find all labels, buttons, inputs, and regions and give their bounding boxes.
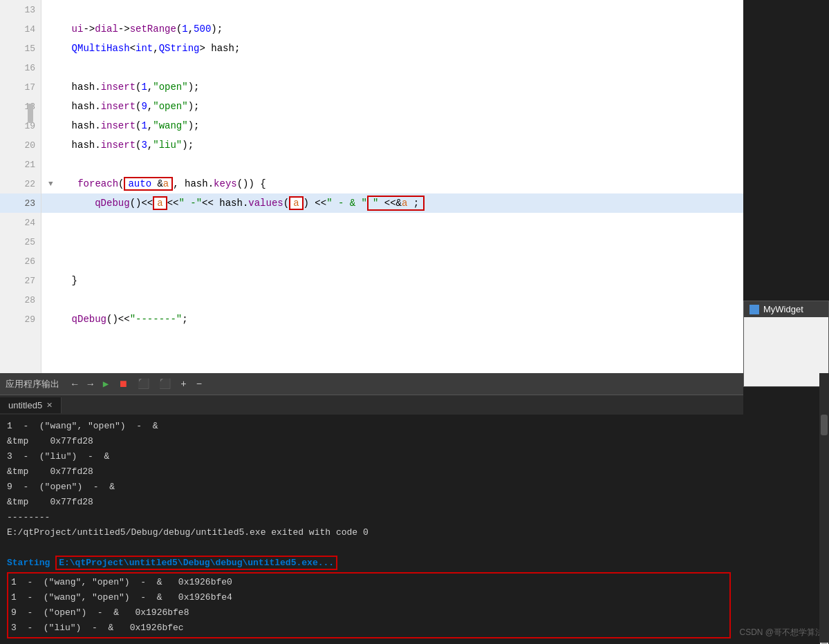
output-line-7: -------- — [7, 510, 736, 525]
output-line-3: 3 - ("liu") - & — [7, 449, 736, 464]
mywidget-label: MyWidget — [763, 304, 803, 314]
output-line-r1: 1 - ("wang", "open") - & 0x1926bfe0 — [11, 575, 727, 590]
toolbar-btn-stop[interactable]: ⏹ — [115, 377, 131, 391]
output-panel-title: 应用程序输出 — [6, 378, 59, 390]
line-num-16: 16 — [0, 58, 41, 77]
output-line-6: &tmp 0x77fd28 — [7, 495, 736, 510]
line-num-19: 19 — [0, 116, 41, 135]
line-num-29: 29 — [0, 310, 41, 329]
line-num-24: 24 — [0, 213, 41, 232]
toolbar-btn-refresh[interactable]: ⬛ — [156, 377, 174, 391]
line-num-26: 26 — [0, 252, 41, 271]
watermark: CSDN @哥不想学算法 — [739, 627, 823, 638]
output-line-8: E:/qtProject/untitled5/Debug/debug/untit… — [7, 525, 736, 540]
output-line-2: &tmp 0x77fd28 — [7, 434, 736, 449]
line-num-13: 13 — [0, 0, 41, 19]
output-content: 1 - ("wang", "open") - & &tmp 0x77fd28 3… — [0, 415, 743, 643]
output-tab-bar: untitled5 ✕ — [0, 395, 743, 415]
code-line-15: QMultiHash<int, QString> hash; — [41, 39, 743, 58]
code-line-13 — [41, 0, 743, 19]
toolbar-btn-square[interactable]: ⬛ — [135, 377, 152, 391]
mywidget-panel: MyWidget — [743, 301, 829, 387]
output-line-r4: 3 - ("liu") - & 0x1926bfec — [11, 621, 727, 636]
line-num-15: 15 — [0, 39, 41, 58]
line-num-14: 14 — [0, 19, 41, 39]
toolbar-btn-left[interactable]: ← — [69, 377, 80, 391]
line-num-22: 22 — [0, 174, 41, 193]
code-editor: 13 14 15 16 17 18 19 20 21 22 23 24 25 2… — [0, 0, 743, 373]
code-line-18: hash.insert(9,"open"); — [41, 97, 743, 116]
output-red-box: 1 - ("wang", "open") - & 0x1926bfe0 1 - … — [7, 572, 731, 638]
line-num-27: 27 — [0, 271, 41, 290]
code-line-24 — [41, 213, 743, 232]
output-tab-untitled5[interactable]: untitled5 ✕ — [0, 397, 62, 413]
line-num-17: 17 — [0, 77, 41, 97]
toolbar-btn-minus[interactable]: − — [194, 377, 205, 391]
code-line-14: ui->dial->setRange(1,500); — [41, 19, 743, 39]
mywidget-body — [744, 317, 828, 386]
tab-label: untitled5 — [8, 400, 42, 410]
line-num-20: 20 — [0, 135, 41, 155]
line-num-28: 28 — [0, 290, 41, 310]
toolbar-btn-play[interactable]: ▶ — [100, 377, 111, 391]
line-num-21: 21 — [0, 155, 41, 174]
code-line-28 — [41, 290, 743, 310]
line-num-18: 18 — [0, 97, 41, 116]
output-line-last: -------- — [7, 640, 736, 643]
code-line-19: hash.insert(1,"wang"); — [41, 116, 743, 135]
output-line-1: 1 - ("wang", "open") - & — [7, 419, 736, 434]
output-panel: 应用程序输出 ← → ▶ ⏹ ⬛ ⬛ + − untitled5 ✕ 1 - (… — [0, 373, 743, 643]
code-line-26 — [41, 252, 743, 271]
toolbar-btn-add[interactable]: + — [178, 377, 189, 391]
code-content-area[interactable]: ui->dial->setRange(1,500); QMultiHash<in… — [41, 0, 743, 373]
code-line-23: qDebug()<<a << " -" << hash.values(a) <<… — [41, 193, 743, 213]
line-num-25: 25 — [0, 232, 41, 252]
output-toolbar: 应用程序输出 ← → ▶ ⏹ ⬛ ⬛ + − — [0, 373, 743, 395]
code-line-17: hash.insert(1,"open"); — [41, 77, 743, 97]
mywidget-title-bar: MyWidget — [744, 301, 828, 317]
output-line-r2: 1 - ("wang", "open") - & 0x1926bfe4 — [11, 590, 727, 605]
editor-vscroll-thumb[interactable] — [28, 104, 33, 123]
output-line-r3: 9 - ("open") - & 0x1926bfe8 — [11, 605, 727, 621]
output-line-4: &tmp 0x77fd28 — [7, 464, 736, 480]
code-line-29: qDebug()<<"-------"; — [41, 310, 743, 329]
code-line-25 — [41, 232, 743, 252]
output-scroll-thumb[interactable] — [821, 415, 828, 435]
tab-close-btn[interactable]: ✕ — [46, 401, 53, 410]
code-line-20: hash.insert(3,"liu"); — [41, 135, 743, 155]
code-line-27: } — [41, 271, 743, 290]
code-line-22: ▼ foreach (auto &a, hash.keys()) { — [41, 174, 743, 193]
line-num-23: 23 — [0, 193, 41, 213]
line-numbers: 13 14 15 16 17 18 19 20 21 22 23 24 25 2… — [0, 0, 41, 373]
code-line-21 — [41, 155, 743, 174]
fold-icon[interactable]: ▼ — [48, 180, 53, 188]
output-line-starting: Starting E:\qtProject\untitled5\Debug\de… — [7, 556, 736, 571]
output-line-5: 9 - ("open") - & — [7, 480, 736, 495]
output-line-9 — [7, 540, 736, 556]
code-line-16 — [41, 58, 743, 77]
output-scrollbar[interactable] — [819, 373, 829, 643]
toolbar-btn-right[interactable]: → — [84, 377, 95, 391]
mywidget-icon — [749, 305, 759, 314]
